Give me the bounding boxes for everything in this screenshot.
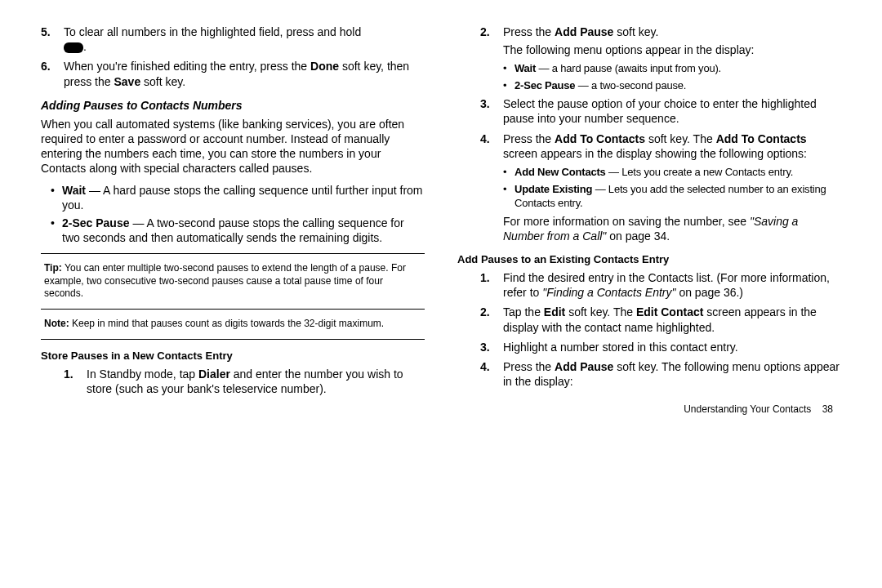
cross-ref: "Finding a Contacts Entry"	[542, 286, 675, 299]
step-text: Press the	[503, 25, 555, 38]
footer-page: 38	[822, 403, 833, 415]
step-text: screen appears in the display showing th…	[503, 147, 807, 160]
step-number: 2.	[480, 305, 503, 334]
step-text: on page 34.	[606, 229, 670, 243]
bold-term: Edit Contact	[636, 305, 703, 318]
bullet-item: • Wait — A hard pause stops the calling …	[51, 183, 425, 212]
step-text: soft key.	[140, 75, 185, 88]
note-text: Keep in mind that pauses count as digits…	[72, 318, 384, 329]
bullet-text: — A hard pause stops the calling sequenc…	[62, 184, 423, 212]
list-item: 2. Tap the Edit soft key. The Edit Conta…	[457, 305, 841, 334]
step-text: To clear all numbers in the highlighted …	[64, 25, 361, 38]
right-column: 2. Press the Add Pause soft key. The fol…	[457, 24, 841, 415]
bold-term: Done	[310, 60, 339, 73]
step-text: soft key.	[613, 25, 658, 38]
sub-heading: Add Pauses to an Existing Contacts Entry	[457, 253, 841, 265]
list-item: 1. Find the desired entry in the Contact…	[457, 270, 841, 300]
step-text: When you're finished editing the entry, …	[64, 60, 310, 73]
list-item: 2. Press the Add Pause soft key. The fol…	[457, 24, 841, 57]
note-label: Note:	[44, 318, 72, 329]
sub-heading: Store Pauses in a New Contacts Entry	[41, 350, 425, 362]
bullet-item: • Add New Contacts — Lets you create a n…	[503, 166, 841, 180]
bold-term: Dialer	[198, 368, 230, 381]
section-heading: Adding Pauses to Contacts Numbers	[41, 99, 425, 112]
page-columns: 5. To clear all numbers in the highlight…	[41, 24, 841, 415]
bullet-item: • Wait — a hard pause (awaits input from…	[503, 62, 841, 76]
step-text: soft key. The	[565, 305, 636, 318]
tip-box: Tip: You can enter multiple two-second p…	[41, 262, 425, 301]
bullet-item: • 2-Sec Pause — a two-second pause.	[503, 79, 841, 93]
bold-term: Edit	[544, 305, 565, 318]
step-number: 3.	[480, 340, 503, 354]
divider	[41, 253, 425, 254]
divider	[41, 309, 425, 310]
step-text: soft key. The	[645, 132, 716, 145]
bold-term: Add New Contacts	[514, 166, 606, 178]
note-box: Note: Keep in mind that pauses count as …	[41, 318, 425, 331]
step-text: For more information on saving the numbe…	[503, 215, 750, 228]
bold-term: 2-Sec Pause	[62, 216, 130, 229]
step-text: .	[83, 40, 87, 53]
bullet-text: — Lets you create a new Contacts entry.	[606, 166, 794, 178]
step-number: 3.	[480, 96, 503, 126]
step-text: Press the	[503, 360, 555, 373]
step-number: 4.	[480, 131, 503, 161]
step-text: Select the pause option of your choice t…	[503, 96, 841, 126]
step-text: Tap the	[503, 305, 544, 318]
bold-term: Wait	[514, 62, 536, 74]
tip-text: You can enter multiple two-second pauses…	[44, 262, 406, 299]
divider	[41, 339, 425, 340]
bold-term: Update Existing	[514, 183, 592, 195]
bullet-text: — a two-second pause.	[575, 79, 686, 91]
step-number: 1.	[480, 270, 503, 300]
step-text: on page 36.)	[676, 286, 744, 299]
bullet-item: • 2-Sec Pause — A two-second pause stops…	[51, 216, 425, 245]
step-number: 2.	[480, 24, 503, 57]
bold-term: Save	[114, 75, 140, 88]
bold-term: Add To Contacts	[716, 132, 807, 145]
bold-term: Add To Contacts	[555, 132, 645, 145]
footer-section: Understanding Your Contacts	[684, 403, 811, 415]
list-item: 6. When you're finished editing the entr…	[41, 59, 425, 88]
step-text: The following menu options appear in the…	[503, 42, 841, 57]
paragraph: When you call automated systems (like ba…	[41, 117, 425, 176]
page-footer: Understanding Your Contacts 38	[457, 403, 841, 415]
step-text: Press the	[503, 132, 555, 145]
left-column: 5. To clear all numbers in the highlight…	[41, 24, 425, 415]
key-icon	[64, 42, 83, 53]
paragraph: For more information on saving the numbe…	[457, 214, 841, 243]
bullet-item: • Update Existing — Lets you add the sel…	[503, 183, 841, 211]
step-number: 4.	[480, 359, 503, 389]
step-text: Highlight a number stored in this contac…	[503, 340, 841, 354]
tip-label: Tip:	[44, 262, 65, 274]
step-number: 1.	[64, 367, 87, 396]
list-item: 4. Press the Add Pause soft key. The fol…	[457, 359, 841, 389]
list-item: 5. To clear all numbers in the highlight…	[41, 24, 425, 54]
bold-term: 2-Sec Pause	[514, 79, 575, 91]
list-item: 3. Highlight a number stored in this con…	[457, 340, 841, 354]
bold-term: Add Pause	[555, 25, 613, 38]
bold-term: Add Pause	[555, 360, 613, 373]
list-item: 3. Select the pause option of your choic…	[457, 96, 841, 126]
step-text: In Standby mode, tap	[87, 368, 198, 381]
step-number: 6.	[41, 59, 64, 88]
bullet-text: — a hard pause (awaits input from you).	[536, 62, 721, 74]
list-item: 4. Press the Add To Contacts soft key. T…	[457, 131, 841, 161]
list-item: 1. In Standby mode, tap Dialer and enter…	[41, 367, 425, 396]
bold-term: Wait	[62, 184, 86, 197]
step-number: 5.	[41, 24, 64, 54]
